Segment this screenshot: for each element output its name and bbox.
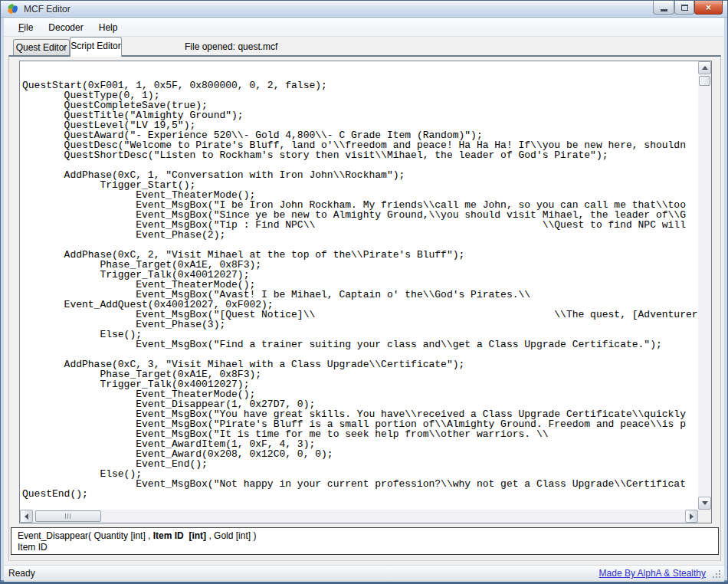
file-opened-label: File opened: quest.mcf <box>185 41 277 52</box>
minimize-button[interactable] <box>653 1 674 15</box>
status-text: Ready <box>8 568 35 579</box>
maximize-icon <box>681 5 688 11</box>
script-textbox[interactable]: QuestStart(0xF001, 1, 0x5F, 0x800000, 0,… <box>19 61 712 523</box>
mcf-editor-window: MCF Editor × File Decoder Help Quest Edi… <box>0 0 728 584</box>
statusbar: Ready Made By AlphA & Stealthy <box>4 565 724 582</box>
resize-grip[interactable] <box>713 570 721 579</box>
titlebar[interactable]: MCF Editor × <box>1 1 727 18</box>
close-button[interactable]: × <box>694 1 723 15</box>
menubar: File Decoder Help <box>4 18 724 37</box>
signature-current-param: Item ID [int] <box>153 530 206 541</box>
scroll-down-button[interactable] <box>698 497 711 510</box>
minimize-icon <box>661 9 667 11</box>
scroll-left-icon <box>25 513 28 520</box>
window-frame-right <box>724 18 727 580</box>
scrollbar-grip-icon <box>65 513 71 519</box>
close-icon: × <box>706 2 711 14</box>
vertical-scrollbar[interactable] <box>698 61 711 510</box>
menu-help[interactable]: Help <box>91 20 126 35</box>
horizontal-scrollbar[interactable] <box>20 510 698 523</box>
tab-quest-editor[interactable]: Quest Editor <box>13 39 70 55</box>
signature-suffix: , Gold [int] ) <box>206 530 256 541</box>
menu-file[interactable]: File <box>11 20 41 35</box>
scroll-up-icon <box>702 66 708 70</box>
scrollbar-corner <box>698 510 711 523</box>
tab-script-editor[interactable]: Script Editor <box>70 37 122 57</box>
scroll-left-button[interactable] <box>20 510 33 523</box>
scroll-right-button[interactable] <box>685 510 698 523</box>
current-param-label: Item ID <box>18 542 712 553</box>
resize-grip-dots-icon <box>713 570 714 572</box>
app-icon <box>7 3 19 15</box>
function-signature: Event_Disappear( Quantity [int] , Item I… <box>18 530 712 542</box>
script-code[interactable]: QuestStart(0xF001, 1, 0x5F, 0x800000, 0,… <box>20 61 698 510</box>
window-frame-left <box>1 18 4 580</box>
signature-prefix: Event_Disappear( Quantity [int] , <box>18 530 153 541</box>
menu-decoder[interactable]: Decoder <box>41 20 90 35</box>
maximize-button[interactable] <box>674 1 694 15</box>
scroll-down-icon <box>702 501 708 505</box>
vertical-scrollbar-thumb[interactable] <box>699 76 710 86</box>
window-title: MCF Editor <box>24 1 71 18</box>
horizontal-scrollbar-thumb[interactable] <box>35 510 101 522</box>
parameter-hint-box: Event_Disappear( Quantity [int] , Item I… <box>11 527 719 555</box>
credits-link[interactable]: Made By AlphA & Stealthy <box>599 568 706 579</box>
scroll-right-icon <box>690 513 694 520</box>
scroll-up-button[interactable] <box>698 61 711 74</box>
